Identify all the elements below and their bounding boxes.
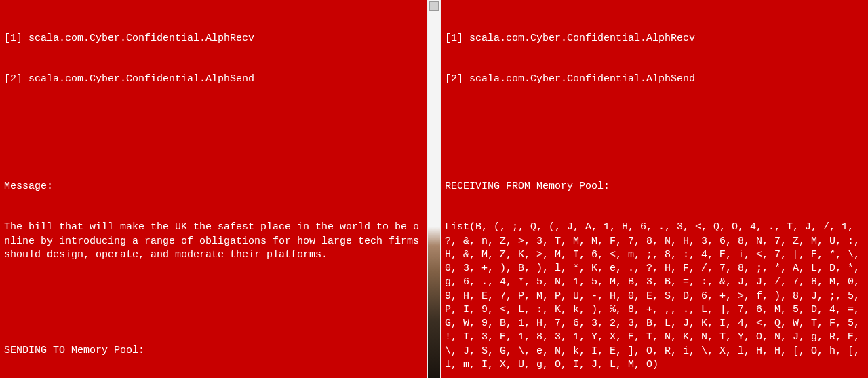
class-line-1: [1] scala.com.Cyber.Confidential.AlphRec… (445, 32, 864, 45)
left-terminal-pane[interactable]: [1] scala.com.Cyber.Confidential.AlphRec… (0, 0, 427, 378)
receiving-list: List(B, (, ;, Q, (, J, A, 1, H, 6, ., 3,… (445, 221, 864, 372)
class-line-2: [2] scala.com.Cyber.Confidential.AlphSen… (4, 73, 423, 86)
message-text: The bill that will make the UK the safes… (4, 221, 423, 262)
receiving-label: RECEIVING FROM Memory Pool: (445, 180, 864, 193)
right-terminal-pane[interactable]: [1] scala.com.Cyber.Confidential.AlphRec… (441, 0, 868, 378)
sending-label: SENDING TO Memory Pool: (4, 344, 423, 358)
class-line-2: [2] scala.com.Cyber.Confidential.AlphSen… (445, 73, 864, 86)
message-label: Message: (4, 180, 423, 193)
pane-divider[interactable] (427, 0, 441, 378)
scroll-handle-icon[interactable] (429, 1, 439, 11)
split-terminal: [1] scala.com.Cyber.Confidential.AlphRec… (0, 0, 868, 378)
class-line-1: [1] scala.com.Cyber.Confidential.AlphRec… (4, 32, 423, 45)
